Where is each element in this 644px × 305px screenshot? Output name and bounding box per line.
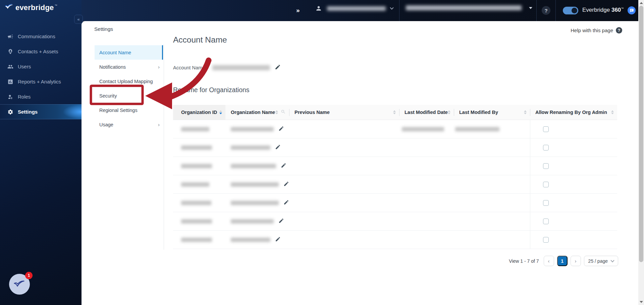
table-row [173, 120, 617, 138]
toggle-knob [572, 8, 577, 13]
sort-asc-icon[interactable] [524, 110, 527, 112]
search-icon[interactable] [281, 109, 286, 115]
settings-menu-item-account-name[interactable]: Account Name [95, 45, 163, 60]
sort-control[interactable] [393, 110, 396, 114]
user-avatar-wrap: 1 [9, 274, 31, 295]
column-header-last-modified-date[interactable]: Last Modified Date [399, 105, 454, 120]
chevron-right-icon: › [158, 64, 160, 70]
table-header-row: Organization IDOrganization NamePrevious… [173, 105, 617, 120]
scrollbar-thumb[interactable] [639, 6, 643, 262]
sort-asc-icon[interactable] [448, 110, 450, 112]
sort-desc-icon[interactable] [275, 113, 278, 114]
column-header-organization-id[interactable]: Organization ID [173, 105, 225, 120]
settings-menu-item-security[interactable]: Security [95, 88, 163, 103]
sidebar-item-communications[interactable]: Communications [0, 29, 82, 44]
cell-organization-id [173, 231, 225, 249]
sort-asc-icon[interactable] [219, 110, 222, 112]
cell-organization-name [225, 157, 289, 175]
column-header-allow-renaming-by-org-admin[interactable]: Allow Renaming By Org Admin [530, 105, 617, 120]
table-row [173, 212, 617, 231]
edit-organization-name-button[interactable] [276, 163, 286, 170]
topbar-divider [555, 0, 556, 21]
chat-icon[interactable] [628, 6, 636, 14]
help-button[interactable]: ? [542, 6, 550, 15]
allow-renaming-checkbox[interactable] [543, 200, 549, 206]
column-label: Previous Name [294, 110, 330, 115]
cell-organization-id [173, 120, 225, 138]
everbridge-360-toggle[interactable] [563, 7, 578, 14]
person-icon [315, 5, 322, 12]
sidebar-item-roles[interactable]: Roles [0, 89, 82, 104]
cell-previous-name [289, 120, 399, 138]
sort-desc-icon[interactable] [393, 113, 396, 114]
allow-renaming-checkbox[interactable] [543, 163, 549, 169]
edit-organization-name-button[interactable] [270, 236, 281, 243]
allow-renaming-checkbox[interactable] [543, 182, 549, 187]
page-size-select[interactable]: 25 / page [584, 256, 618, 266]
edit-organization-name-button[interactable] [279, 181, 289, 188]
sort-control[interactable] [275, 109, 286, 115]
sort-asc-icon[interactable] [275, 110, 278, 112]
sidebar-item-users[interactable]: Users [0, 59, 82, 74]
edit-account-name-button[interactable] [275, 64, 281, 71]
table-row [173, 175, 617, 194]
expand-icon[interactable]: » [296, 7, 300, 14]
topbar: » ? Everbridge 360™ [82, 0, 638, 21]
organization-name-redacted [231, 201, 279, 205]
user-menu[interactable] [315, 5, 393, 12]
sort-asc-icon[interactable] [611, 110, 614, 112]
scroll-down-arrow[interactable] [640, 301, 643, 303]
section-title: Rename for Organizations [173, 86, 250, 94]
sidebar-item-reports-analytics[interactable]: Reports + Analytics [0, 74, 82, 89]
edit-organization-name-button[interactable] [274, 218, 284, 225]
sort-desc-icon[interactable] [448, 113, 450, 114]
sort-desc-icon[interactable] [219, 113, 222, 114]
organization-selector[interactable] [406, 5, 532, 10]
sort-control[interactable] [219, 110, 222, 114]
cell-organization-name [225, 175, 289, 193]
edit-organization-name-button[interactable] [279, 199, 289, 206]
sort-asc-icon[interactable] [393, 110, 396, 112]
sort-control[interactable] [611, 110, 614, 114]
prev-page-button[interactable]: ‹ [544, 256, 554, 266]
sort-control[interactable] [448, 110, 450, 114]
allow-renaming-checkbox[interactable] [543, 126, 549, 132]
allow-renaming-checkbox[interactable] [543, 219, 549, 224]
menu-item-label: Usage [99, 122, 113, 127]
notification-badge[interactable]: 1 [25, 272, 33, 279]
cell-allow-renaming [530, 120, 617, 138]
sidebar-collapse-button[interactable]: « [74, 15, 83, 24]
cell-organization-id [173, 157, 225, 175]
allow-renaming-checkbox[interactable] [543, 237, 549, 243]
scrollbar[interactable] [638, 0, 644, 305]
settings-menu-item-regional-settings[interactable]: Regional Settings [95, 103, 163, 117]
sort-desc-icon[interactable] [611, 113, 614, 114]
current-page-button[interactable]: 1 [557, 256, 568, 266]
account-name-row: Account Name: [173, 64, 281, 71]
column-header-last-modified-by[interactable]: Last Modified By [454, 105, 530, 120]
sidebar-item-settings[interactable]: Settings [0, 104, 82, 119]
column-header-organization-name[interactable]: Organization Name [225, 105, 289, 120]
sort-control[interactable] [524, 110, 527, 114]
last-modified-date-redacted [402, 127, 444, 131]
sort-desc-icon[interactable] [524, 113, 527, 114]
table-row [173, 138, 617, 157]
menu-item-label: Security [99, 93, 117, 99]
column-header-previous-name[interactable]: Previous Name [289, 105, 399, 120]
edit-organization-name-button[interactable] [274, 126, 284, 133]
sidebar-item-contacts-assets[interactable]: Contacts + Assets [0, 44, 82, 59]
column-label: Organization ID [181, 110, 217, 115]
organization-id-redacted [181, 145, 212, 150]
cell-allow-renaming [530, 231, 617, 249]
pencil-icon [275, 64, 281, 70]
settings-menu-item-contact-upload-mapping[interactable]: Contact Upload Mapping [95, 74, 163, 88]
allow-renaming-checkbox[interactable] [543, 145, 549, 150]
scroll-up-arrow[interactable] [640, 2, 643, 4]
settings-submenu: Account NameNotifications›Contact Upload… [95, 45, 163, 132]
organization-name-redacted [231, 127, 274, 131]
next-page-button[interactable]: › [571, 256, 581, 266]
settings-menu-item-usage[interactable]: Usage› [95, 117, 163, 132]
help-with-page-link[interactable]: Help with this page ? [571, 27, 622, 34]
settings-menu-item-notifications[interactable]: Notifications› [95, 60, 163, 74]
edit-organization-name-button[interactable] [270, 144, 281, 151]
